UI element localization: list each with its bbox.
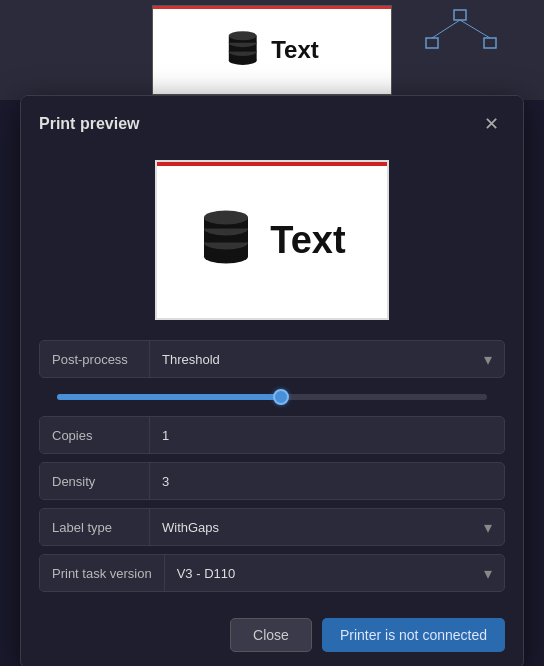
svg-rect-1 [426,38,438,48]
slider-thumb[interactable] [273,389,289,405]
preview-card-content: Text [198,210,345,270]
coin-stack-icon [198,210,258,270]
copies-value: 1 [150,428,504,443]
svg-point-18 [204,211,248,225]
modal-title: Print preview [39,115,139,133]
svg-line-3 [432,20,460,38]
density-label: Density [40,463,150,499]
bg-preview-card: Text [152,5,392,95]
preview-text-label: Text [270,219,345,262]
svg-point-11 [229,31,257,40]
svg-rect-0 [454,10,466,20]
svg-rect-2 [484,38,496,48]
postprocess-value: Threshold [150,352,472,367]
print-task-dropdown-icon[interactable]: ▾ [472,564,504,583]
density-row: Density 3 [39,462,505,500]
svg-line-4 [460,20,490,38]
threshold-slider-row [39,386,505,408]
slider-track[interactable] [57,394,487,400]
print-task-label: Print task version [40,555,165,591]
print-task-value: V3 - D110 [165,566,472,581]
background-editor: Text [0,0,544,100]
print-button[interactable]: Printer is not connected [322,618,505,652]
postprocess-row[interactable]: Post-process Threshold ▾ [39,340,505,378]
print-task-row[interactable]: Print task version V3 - D110 ▾ [39,554,505,592]
close-icon-button[interactable]: ✕ [477,110,505,138]
print-preview-modal: Print preview ✕ Text Post-process [20,95,524,666]
density-value: 3 [150,474,504,489]
preview-area: Text [21,152,523,336]
label-type-label: Label type [40,509,150,545]
slider-fill [57,394,281,400]
copies-row: Copies 1 [39,416,505,454]
bg-preview-content: Text [225,31,319,69]
postprocess-label: Post-process [40,341,150,377]
label-type-row[interactable]: Label type WithGaps ▾ [39,508,505,546]
copies-label: Copies [40,417,150,453]
bg-nodes [424,8,484,48]
postprocess-dropdown-icon[interactable]: ▾ [472,350,504,369]
label-type-value: WithGaps [150,520,472,535]
bg-coin-icon [225,31,263,69]
close-button[interactable]: Close [230,618,312,652]
label-type-dropdown-icon[interactable]: ▾ [472,518,504,537]
modal-footer: Close Printer is not connected [21,608,523,666]
bg-text-label: Text [271,36,319,64]
form-area: Post-process Threshold ▾ Copies 1 Densit… [21,336,523,608]
preview-card: Text [155,160,389,320]
modal-header: Print preview ✕ [21,96,523,152]
